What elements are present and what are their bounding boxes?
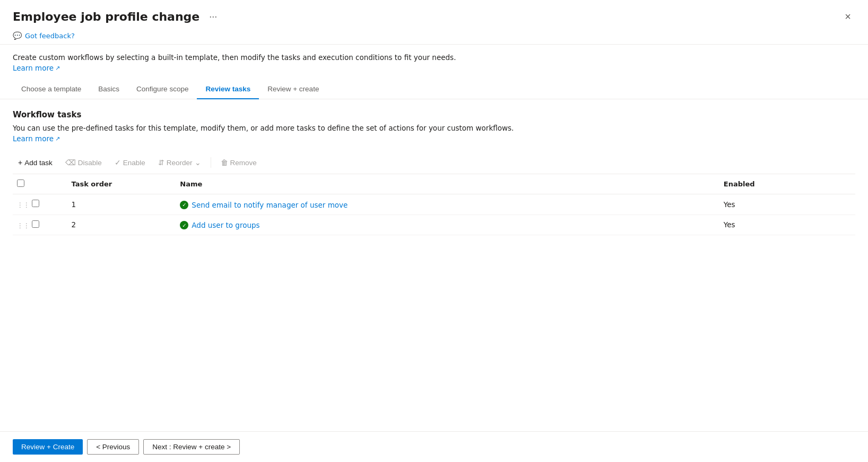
add-task-button[interactable]: + Add task [13, 156, 58, 169]
row2-checkbox-cell: ⋮⋮ [13, 215, 67, 235]
row1-name: ✓ Send email to notify manager of user m… [176, 194, 719, 215]
tasks-table: Task order Name Enabled ⋮⋮ [13, 174, 855, 235]
drag-handle-icon[interactable]: ⋮⋮ [17, 201, 30, 209]
header-checkbox-cell [13, 174, 67, 194]
row1-order: 1 [67, 194, 176, 215]
table-row: ⋮⋮ 1 ✓ Send email to notify manager of u… [13, 194, 855, 215]
select-all-checkbox[interactable] [17, 179, 24, 187]
header-name: Name [176, 174, 719, 194]
tasks-toolbar: + Add task ⌫ Disable ✓ Enable ⇵ Reorder … [13, 151, 855, 174]
remove-label: Remove [230, 159, 257, 167]
feedback-icon: 💬 [13, 31, 22, 40]
disable-button[interactable]: ⌫ Disable [60, 156, 107, 169]
row2-task-name: Add user to groups [192, 221, 259, 229]
enable-label: Enable [123, 159, 145, 167]
reorder-chevron-icon: ⌄ [195, 158, 201, 167]
header-task-order: Task order [67, 174, 176, 194]
row2-order: 2 [67, 215, 176, 235]
add-task-label: Add task [24, 159, 53, 167]
section-description: You can use the pre-defined tasks for th… [13, 124, 855, 132]
row1-task-name: Send email to notify manager of user mov… [192, 201, 348, 209]
row1-check-icon: ✓ [180, 201, 188, 209]
page-title: Employee job profile change [13, 10, 199, 23]
tab-choose-template[interactable]: Choose a template [13, 81, 90, 99]
external-link-icon: ↗ [55, 65, 60, 72]
enable-icon: ✓ [115, 158, 121, 167]
header-enabled: Enabled [719, 174, 855, 194]
row1-checkbox[interactable] [32, 200, 39, 207]
row2-task-link[interactable]: ✓ Add user to groups [180, 221, 259, 229]
disable-label: Disable [78, 159, 102, 167]
tabs-container: Choose a template Basics Configure scope… [0, 72, 868, 99]
intro-learn-more-label: Learn more [13, 64, 54, 72]
section-title: Workflow tasks [13, 110, 855, 119]
table-row: ⋮⋮ 2 ✓ Add user to groups Yes [13, 215, 855, 235]
feedback-row[interactable]: 💬 Got feedback? [0, 29, 868, 44]
remove-button[interactable]: 🗑 Remove [215, 156, 262, 169]
add-icon: + [18, 158, 22, 167]
main-content: Workflow tasks You can use the pre-defin… [0, 99, 868, 431]
tab-configure-scope[interactable]: Configure scope [128, 81, 197, 99]
tab-basics[interactable]: Basics [90, 81, 128, 99]
intro-learn-more-link[interactable]: Learn more ↗ [13, 64, 60, 72]
section-ext-icon: ↗ [55, 135, 60, 142]
toolbar-separator [211, 157, 211, 168]
feedback-label: Got feedback? [25, 32, 75, 40]
footer: Review + Create < Previous Next : Review… [0, 431, 868, 462]
tab-review-tasks[interactable]: Review tasks [197, 81, 259, 99]
section-learn-more-link[interactable]: Learn more ↗ [13, 134, 60, 143]
next-button[interactable]: Next : Review + create > [143, 439, 240, 455]
row2-checkbox[interactable] [32, 220, 39, 228]
section-learn-more-label: Learn more [13, 134, 54, 143]
intro-description: Create custom workflows by selecting a b… [13, 53, 855, 62]
close-button[interactable]: × [840, 8, 855, 25]
review-create-button[interactable]: Review + Create [13, 439, 83, 455]
tab-review-create[interactable]: Review + create [259, 81, 327, 99]
previous-button[interactable]: < Previous [87, 439, 139, 455]
row2-enabled: Yes [719, 215, 855, 235]
table-header-row: Task order Name Enabled [13, 174, 855, 194]
enable-button[interactable]: ✓ Enable [109, 156, 151, 169]
row1-task-link[interactable]: ✓ Send email to notify manager of user m… [180, 201, 348, 209]
row2-name: ✓ Add user to groups [176, 215, 719, 235]
reorder-icon: ⇵ [158, 158, 164, 167]
reorder-label: Reorder [167, 159, 193, 167]
ellipsis-button[interactable]: ··· [206, 10, 220, 23]
row1-checkbox-cell: ⋮⋮ [13, 194, 67, 215]
row2-check-icon: ✓ [180, 221, 188, 229]
reorder-button[interactable]: ⇵ Reorder ⌄ [153, 156, 206, 169]
drag-handle-icon[interactable]: ⋮⋮ [17, 222, 30, 229]
trash-icon: 🗑 [221, 158, 228, 167]
disable-icon: ⌫ [65, 158, 76, 167]
row1-enabled: Yes [719, 194, 855, 215]
